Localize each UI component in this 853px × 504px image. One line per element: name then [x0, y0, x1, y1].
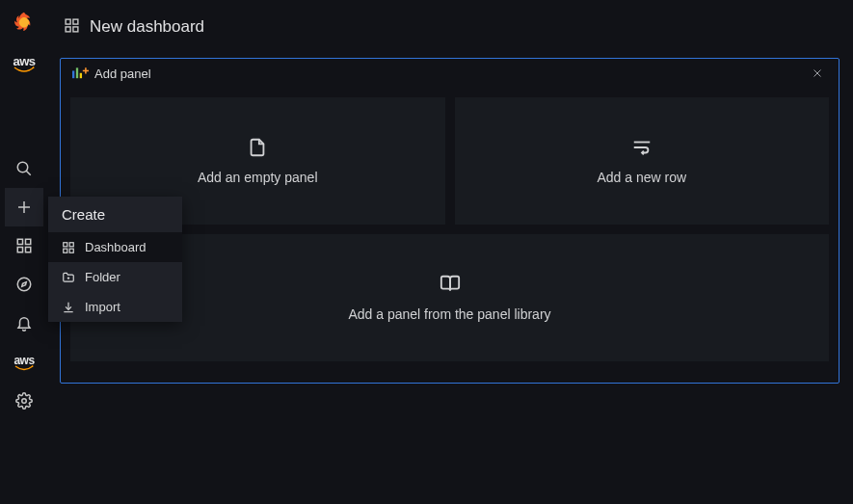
bell-icon [15, 314, 33, 332]
svg-rect-6 [17, 248, 22, 252]
download-icon [62, 301, 75, 314]
svg-rect-16 [76, 67, 78, 78]
svg-rect-17 [80, 72, 82, 77]
close-icon [812, 67, 823, 79]
panel-title: Add panel [94, 66, 151, 81]
svg-rect-23 [64, 242, 67, 246]
panel-header: Add panel [61, 59, 839, 88]
svg-point-8 [17, 278, 31, 291]
nav-search[interactable] [5, 149, 43, 188]
svg-rect-7 [26, 248, 31, 252]
folder-plus-icon [62, 271, 75, 284]
add-from-library-button[interactable]: Add a panel from the panel library [70, 234, 829, 361]
panel-row-bottom: Add a panel from the panel library [70, 234, 829, 361]
svg-rect-4 [17, 239, 22, 244]
nav-configuration[interactable] [5, 382, 43, 420]
svg-rect-12 [73, 19, 78, 24]
svg-rect-15 [72, 70, 74, 78]
svg-line-1 [26, 171, 31, 175]
add-empty-panel-label: Add an empty panel [198, 170, 318, 185]
svg-rect-26 [69, 249, 73, 252]
flyout-item-label: Import [85, 300, 120, 314]
flyout-title[interactable]: Create [48, 197, 182, 232]
flyout-item-label: Folder [85, 270, 120, 284]
dashboard-grid-icon [62, 241, 75, 254]
svg-rect-14 [73, 27, 78, 32]
svg-rect-5 [26, 239, 31, 244]
svg-point-0 [17, 162, 28, 172]
flyout-item-dashboard[interactable]: Dashboard [48, 232, 182, 262]
flyout-item-import[interactable]: Import [48, 292, 182, 322]
search-icon [15, 160, 33, 177]
gear-icon [15, 392, 33, 410]
svg-rect-13 [66, 27, 70, 32]
svg-point-10 [22, 399, 27, 404]
add-new-row-label: Add a new row [597, 170, 686, 185]
create-flyout-menu: Create Dashboard Folder Import [48, 197, 182, 322]
plus-icon [15, 199, 33, 216]
flyout-item-label: Dashboard [85, 240, 147, 254]
nav-dashboards[interactable] [5, 226, 43, 265]
add-from-library-label: Add a panel from the panel library [348, 306, 550, 322]
page-header: New dashboard [48, 0, 853, 54]
dashboard-grid-icon [64, 17, 80, 37]
wrap-text-icon [631, 137, 653, 158]
aws-smile-icon [13, 66, 35, 74]
add-new-row-button[interactable]: Add a new row [455, 97, 830, 225]
nav-alerting[interactable] [5, 304, 43, 342]
compass-icon [15, 276, 33, 293]
grafana-logo[interactable] [8, 8, 40, 40]
book-open-icon [440, 274, 461, 295]
grafana-icon [11, 11, 38, 38]
svg-marker-9 [22, 282, 27, 287]
add-panel-icon [72, 66, 89, 82]
panel-row-top: Add an empty panel Add a new row [70, 97, 829, 225]
svg-rect-25 [64, 249, 67, 252]
sidebar: aws aws [0, 0, 48, 504]
file-icon [247, 137, 268, 158]
nav-explore[interactable] [5, 265, 43, 304]
svg-rect-11 [66, 19, 70, 24]
dashboard-grid-icon [15, 237, 33, 254]
flyout-item-folder[interactable]: Folder [48, 262, 182, 292]
close-button[interactable] [808, 64, 827, 83]
page-title: New dashboard [90, 17, 204, 37]
nav-create[interactable] [5, 188, 43, 226]
aws-smile-icon [14, 365, 34, 372]
svg-rect-24 [69, 242, 73, 246]
